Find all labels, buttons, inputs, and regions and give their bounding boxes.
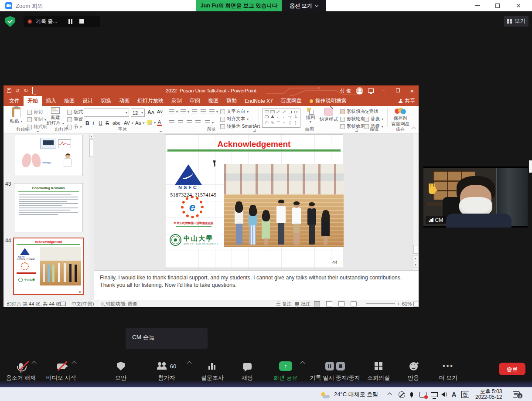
notification-center-button[interactable]: 8 bbox=[513, 387, 520, 401]
paragraph-dialog-launcher[interactable] bbox=[253, 129, 256, 132]
decrease-indent-button[interactable] bbox=[192, 109, 197, 114]
unmute-button[interactable]: 음소거 해제 bbox=[3, 357, 38, 382]
ppt-close-button[interactable]: × bbox=[407, 87, 417, 95]
save-to-baidu-button[interactable]: 保存到 百度网盘 bbox=[390, 108, 411, 127]
paste-button[interactable]: 粘贴▾ bbox=[7, 107, 25, 124]
start-video-button[interactable]: 비디오 시작 bbox=[43, 357, 79, 382]
presenter-display-icon[interactable] bbox=[368, 88, 374, 93]
quick-styles-button[interactable]: 快速样式 bbox=[319, 108, 338, 122]
editor-scrollbar-thumb[interactable] bbox=[413, 245, 418, 254]
line-spacing-button[interactable]: ▾ bbox=[209, 109, 218, 114]
camera-blocked-tray-icon[interactable] bbox=[399, 387, 405, 401]
thumbnail-slide-44-selected[interactable]: Acknowledgement N S F C 51873224, 215741… bbox=[13, 238, 84, 295]
previous-slide-button[interactable]: ▴ bbox=[413, 255, 418, 261]
close-button[interactable]: × bbox=[511, 0, 526, 11]
thumbnail-slide-42[interactable]: Therapy bbox=[14, 135, 83, 176]
font-dialog-launcher[interactable] bbox=[160, 129, 162, 132]
scroll-up-arrow[interactable]: ▴ bbox=[89, 134, 93, 139]
language-indicator[interactable]: 中文(中国) bbox=[72, 300, 94, 307]
stop-recording-icon[interactable] bbox=[79, 19, 84, 24]
numbering-button[interactable]: ▾ bbox=[181, 109, 189, 114]
hidden-icons-button[interactable] bbox=[388, 387, 391, 401]
zoom-percentage[interactable]: 61% bbox=[402, 300, 412, 307]
ime-korean-indicator[interactable]: 한 bbox=[461, 387, 469, 401]
notes-toggle-button[interactable]: 备注 bbox=[276, 300, 292, 307]
zoom-out-button[interactable]: − bbox=[360, 300, 363, 307]
participant-video-tile[interactable]: CM bbox=[423, 167, 528, 228]
highlight-color-button[interactable]: ▾ bbox=[147, 120, 156, 125]
fit-to-window-button[interactable] bbox=[413, 300, 418, 307]
align-right-button[interactable] bbox=[187, 120, 192, 125]
end-meeting-button[interactable]: 종료 bbox=[499, 363, 525, 375]
minimize-button[interactable] bbox=[470, 0, 485, 11]
recording-control-button[interactable]: 기록 일시 중지/중지 bbox=[310, 357, 359, 382]
view-layout-button[interactable]: 보기 bbox=[504, 16, 529, 27]
thumbnail-slide-43[interactable]: Concluding Remarks bbox=[14, 183, 83, 232]
volume-tray-icon[interactable] bbox=[441, 387, 447, 401]
italic-button[interactable]: I bbox=[92, 120, 94, 127]
pause-recording-button[interactable] bbox=[325, 362, 334, 370]
accessibility-status[interactable]: 辅助功能: 调查 bbox=[101, 300, 137, 307]
participants-options-caret[interactable] bbox=[187, 361, 191, 366]
cut-button[interactable]: 剪切 bbox=[27, 109, 43, 115]
save-icon[interactable] bbox=[7, 88, 11, 93]
change-case-button[interactable]: Aa▾ bbox=[135, 120, 144, 126]
columns-button[interactable]: ▾ bbox=[205, 120, 214, 125]
clock[interactable]: 오후 5:032022-05-12 bbox=[475, 387, 502, 401]
participants-button[interactable]: 60 참가자 bbox=[153, 357, 181, 382]
justify-button[interactable] bbox=[195, 120, 201, 125]
text-shadow-button[interactable]: abc bbox=[113, 120, 120, 126]
reactions-button[interactable]: + 반응 bbox=[403, 357, 424, 382]
notes-pane[interactable]: Finally, I would like to thank financial… bbox=[94, 270, 419, 300]
tab-transitions[interactable]: 切换 bbox=[97, 96, 115, 106]
tab-home[interactable]: 开始 bbox=[24, 96, 42, 106]
tab-design[interactable]: 设计 bbox=[78, 96, 97, 106]
tab-file[interactable]: 文件 bbox=[5, 96, 24, 106]
tab-endnote[interactable]: EndNote X7 bbox=[241, 96, 277, 106]
security-button[interactable]: 보안 bbox=[110, 357, 132, 382]
tab-help[interactable]: 帮助 bbox=[222, 96, 241, 106]
zoom-slider[interactable] bbox=[366, 303, 395, 304]
comments-toggle-button[interactable]: 批注 bbox=[295, 300, 310, 307]
increase-indent-button[interactable] bbox=[201, 109, 206, 114]
drawing-dialog-launcher[interactable] bbox=[355, 129, 358, 132]
qat-customize-icon[interactable]: ▾ bbox=[37, 89, 38, 93]
pause-recording-icon[interactable] bbox=[68, 19, 70, 24]
font-color-button[interactable]: A bbox=[157, 119, 162, 126]
font-size-combobox[interactable]: 12▾ bbox=[131, 109, 145, 117]
ppt-restore-button[interactable] bbox=[393, 88, 402, 94]
breakout-rooms-button[interactable]: 소회의실 bbox=[365, 357, 392, 382]
network-tray-icon[interactable] bbox=[431, 387, 438, 401]
font-name-combobox[interactable]: ▾ bbox=[84, 109, 129, 117]
tab-record[interactable]: 录制 bbox=[167, 96, 186, 106]
slide-canvas[interactable]: Acknowledgement NSFC 51873224, 21574145 … bbox=[165, 134, 343, 269]
new-slide-button[interactable]: 新建 幻灯片▾ bbox=[45, 107, 65, 126]
share-options-caret[interactable] bbox=[300, 361, 305, 366]
more-button[interactable]: ••• 더 보기 bbox=[436, 357, 460, 382]
align-text-button[interactable]: 对齐文本▾ bbox=[220, 116, 249, 122]
polls-button[interactable]: 설문조사 bbox=[197, 357, 228, 382]
replace-button[interactable]: 替换▾ bbox=[364, 116, 383, 122]
clipboard-dialog-launcher[interactable] bbox=[37, 129, 39, 132]
ppt-minimize-button[interactable]: – bbox=[379, 88, 388, 94]
tab-insert[interactable]: 插入 bbox=[42, 96, 60, 106]
display-settings-icon[interactable] bbox=[60, 300, 66, 307]
collapse-ribbon-button[interactable] bbox=[412, 127, 416, 131]
thumbnail-scrollbar[interactable]: ▴ bbox=[89, 133, 94, 300]
shrink-font-button[interactable]: A˅ bbox=[157, 109, 163, 114]
copy-button[interactable]: 复制▾ bbox=[27, 116, 46, 122]
undo-icon[interactable]: ↺ bbox=[15, 88, 20, 94]
tab-review[interactable]: 审阅 bbox=[186, 96, 204, 106]
account-avatar[interactable] bbox=[356, 87, 363, 95]
next-slide-button[interactable]: ▾ bbox=[413, 262, 418, 268]
scrollbar-thumb[interactable] bbox=[89, 139, 93, 157]
slideshow-view-button[interactable] bbox=[351, 300, 357, 307]
arrange-button[interactable]: 排列▾ bbox=[303, 108, 318, 124]
character-spacing-button[interactable]: AV▾ bbox=[124, 120, 133, 126]
grow-font-button[interactable]: A˄ bbox=[147, 109, 154, 116]
screen-recording-tray-icon[interactable] bbox=[419, 387, 426, 401]
align-left-button[interactable] bbox=[169, 120, 174, 125]
find-button[interactable]: 查找 bbox=[364, 109, 378, 115]
tab-view[interactable]: 视图 bbox=[204, 96, 222, 106]
tab-slideshow[interactable]: 幻灯片放映 bbox=[133, 96, 167, 106]
